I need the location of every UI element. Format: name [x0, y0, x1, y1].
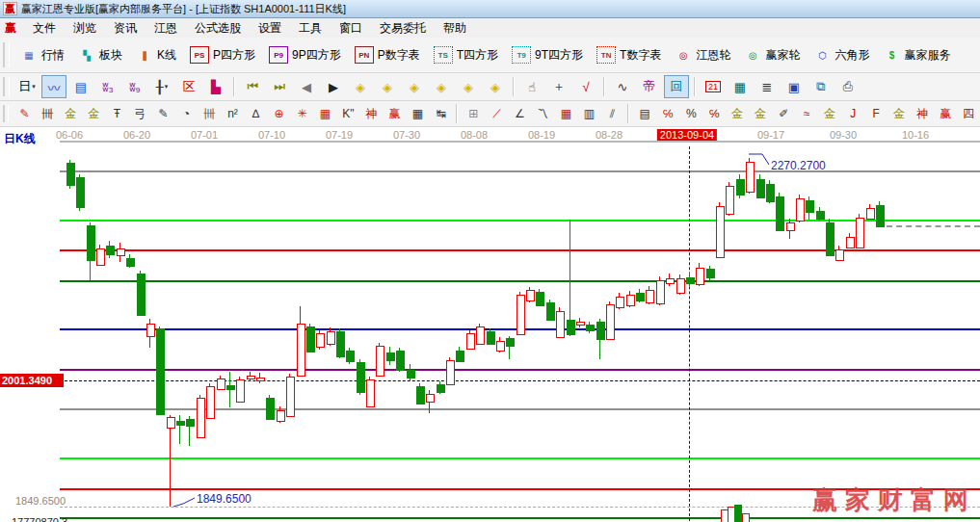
draw-pen-button[interactable]: ✎ — [13, 103, 35, 124]
toolbar-p-square-button[interactable]: PSP四方形 — [183, 41, 262, 68]
ticks-plain-button[interactable]: 卌 — [199, 103, 220, 124]
calendar-21-button[interactable]: 21 — [701, 75, 726, 98]
toolbar-gann-wheel-button[interactable]: ◎江恩轮 — [668, 41, 737, 68]
candle-body — [706, 269, 715, 278]
printer-button[interactable]: ⎙ — [835, 75, 861, 98]
save-button[interactable]: ▣ — [781, 75, 807, 98]
toolbar-9p-square-button[interactable]: P99P四方形 — [262, 41, 348, 68]
toolbar-hexagon-button[interactable]: ⬡六角形 — [807, 41, 876, 68]
gann-web-grid-button[interactable]: ▦ — [314, 103, 335, 124]
gold-angle-button[interactable]: 金 — [888, 103, 910, 124]
percent-line-button[interactable]: ℅ — [657, 103, 678, 124]
toolbar-sector-blocks-button[interactable]: ▚板块 — [71, 41, 129, 68]
bars-9-button[interactable]: ʬ₉ — [122, 75, 147, 98]
gann-ticks-button[interactable]: 卌 — [37, 103, 58, 124]
gold-level-button[interactable]: 金 — [819, 103, 840, 124]
bars-3-button[interactable]: ʬ₃ — [95, 75, 120, 98]
menu-item-工具[interactable]: 工具 — [290, 18, 331, 39]
percent-retrace-button[interactable]: ℅ — [703, 103, 725, 124]
pencil-red-button[interactable]: ✎ — [152, 103, 173, 124]
angle-ruler-button[interactable]: ∆ — [245, 103, 266, 124]
trend-wave-button[interactable]: 〰 — [41, 75, 66, 98]
toolbar-p-number-table-button[interactable]: PNP数字表 — [348, 41, 427, 68]
expand-h-button[interactable]: ◈ — [402, 75, 427, 98]
quote-list-button[interactable]: ▤ — [68, 75, 93, 98]
stats-table-button[interactable]: ▤ — [634, 103, 655, 124]
f-angle-button[interactable]: F — [865, 103, 887, 124]
toolbar-market-quotes-button[interactable]: ▦行情 — [13, 41, 71, 68]
zigzag-wave-button[interactable]: 〽 — [532, 103, 553, 124]
zigzag-tool-button[interactable]: ∿ — [610, 75, 635, 98]
toolbar-winner-service-button[interactable]: $赢家服务 — [876, 41, 957, 68]
hand-tool-button[interactable]: ☝ — [519, 75, 544, 98]
parallel-lines-button[interactable]: ⫽ — [601, 103, 622, 124]
toolbar-winner-wheel-button[interactable]: ◎赢家轮 — [737, 41, 807, 68]
last-page-button[interactable]: ⏭ — [267, 75, 292, 98]
menu-item-资讯[interactable]: 资讯 — [105, 18, 146, 39]
expand-all-button[interactable]: ◈ — [483, 75, 508, 98]
shen-tool-button[interactable]: 神 — [360, 103, 382, 124]
ying-tool-button[interactable]: 赢 — [384, 103, 405, 124]
flag-pencil-button[interactable]: ✐ — [773, 103, 794, 124]
period-daily-button[interactable]: 日▾ — [14, 75, 40, 98]
menu-item-江恩[interactable]: 江恩 — [146, 18, 186, 39]
span-arrow-button[interactable]: ↹ — [430, 103, 451, 124]
shen-angle-button[interactable]: 神 — [912, 103, 933, 124]
toolbar-9t-square-button[interactable]: T99T四方形 — [505, 41, 590, 68]
time-cycle-button[interactable]: ◔ — [175, 103, 197, 124]
gann-box-red-button[interactable]: 区 — [176, 75, 201, 98]
box-tool-button[interactable]: ⊞ — [463, 103, 484, 124]
network-button[interactable]: ⧉ — [808, 75, 834, 98]
zoom-right-button[interactable]: ◈ — [375, 75, 400, 98]
compress-h-button[interactable]: ◈ — [429, 75, 454, 98]
gold-circle-button[interactable]: 金 — [727, 103, 748, 124]
gold-lines-button[interactable]: 金 — [750, 103, 771, 124]
j-angle-button[interactable]: J — [842, 103, 863, 124]
page-left-button[interactable]: ◀ — [294, 75, 319, 98]
toolbar-t-number-table-button[interactable]: TNT数字表 — [590, 41, 668, 68]
toolbar-drag-handle[interactable] — [3, 42, 10, 66]
menu-item-公式选股[interactable]: 公式选股 — [186, 18, 250, 39]
expand-v-button[interactable]: ◈ — [456, 75, 481, 98]
bar-grid-button[interactable]: ▥ — [578, 103, 599, 124]
measure-line-button[interactable]: √ — [573, 75, 598, 98]
gann-crosshair-button[interactable]: ⊕ — [268, 103, 289, 124]
crosshair-tool-button[interactable]: ＋ — [546, 75, 571, 98]
square-of-nine-button[interactable]: n² — [222, 103, 243, 124]
menu-item-文件[interactable]: 文件 — [24, 18, 65, 39]
chart-canvas[interactable]: 日K线 赢家财富网 06-0606-2007-0107-1007-1907-30… — [0, 127, 980, 522]
t-ticks-button[interactable]: Ŧ — [106, 103, 127, 124]
toolbar-t-square-button[interactable]: TST四方形 — [427, 41, 505, 68]
report-pad-button[interactable]: ≣ — [755, 75, 780, 98]
page-right-button[interactable]: ▶ — [321, 75, 346, 98]
spiral-tool-button[interactable]: 弓 — [129, 103, 150, 124]
volume-profile-button[interactable]: ▙ — [203, 75, 228, 98]
calculator-button[interactable]: ▦ — [728, 75, 753, 98]
si-angle-button[interactable]: 四 — [958, 103, 979, 124]
menu-item-设置[interactable]: 设置 — [250, 18, 290, 39]
trend-angle-button[interactable]: ∠ — [509, 103, 530, 124]
toolbar-kline-button[interactable]: ∥K线 — [129, 41, 183, 68]
wave-line-button[interactable]: ≈ — [796, 103, 817, 124]
gann-tool-purple-button[interactable]: 帝 — [637, 75, 662, 98]
menu-item-交易委托[interactable]: 交易委托 — [371, 18, 435, 39]
toolbar-drag-handle[interactable] — [3, 77, 10, 96]
price-grid-button[interactable]: ▦ — [555, 103, 576, 124]
candle-style-button[interactable]: ╂▾ — [149, 75, 174, 98]
winner-wheel-label: 赢家轮 — [765, 47, 800, 64]
zoom-left-button[interactable]: ◈ — [348, 75, 373, 98]
ying-angle-button[interactable]: 赢 — [935, 103, 956, 124]
percent-button[interactable]: % — [680, 103, 702, 124]
toolbar-drag-handle[interactable] — [3, 105, 9, 122]
fan-lines-red-button[interactable]: ⟋ — [486, 103, 507, 124]
gann-grid-tool-button[interactable]: 回 — [664, 75, 689, 98]
gann-fan-star-button[interactable]: ✳ — [291, 103, 312, 124]
menu-item-浏览[interactable]: 浏览 — [65, 18, 105, 39]
first-page-button[interactable]: ⏮ — [240, 75, 265, 98]
grid-123-button[interactable]: ▦ — [407, 103, 428, 124]
menu-item-帮助[interactable]: 帮助 — [435, 18, 475, 39]
menu-item-窗口[interactable]: 窗口 — [331, 18, 371, 39]
gold-ticks-2-button[interactable]: 金 — [83, 103, 104, 124]
gold-ticks-1-button[interactable]: 金 — [60, 103, 81, 124]
k-marks-button[interactable]: K" — [337, 103, 358, 124]
